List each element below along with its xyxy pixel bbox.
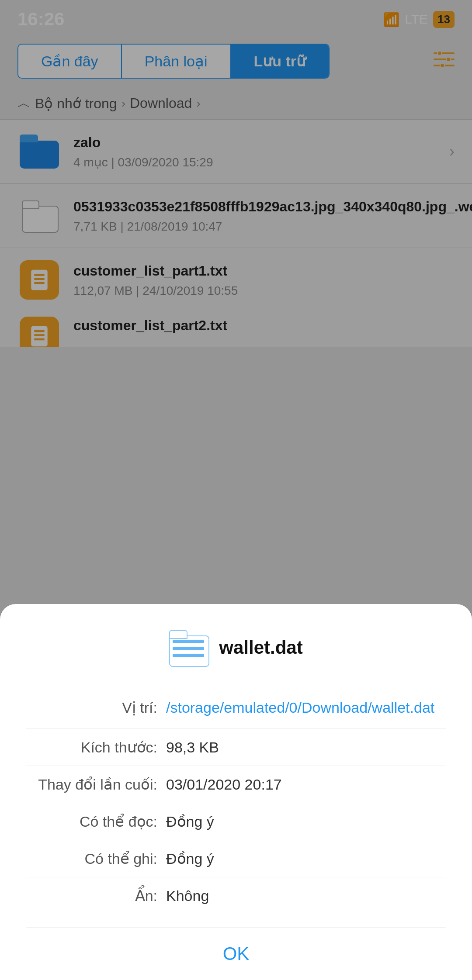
dialog-row-location: Vị trí: /storage/emulated/0/Download/wal… [26,687,446,728]
dialog-label-writable: Có thể ghi: [26,850,166,867]
dialog-filename: wallet.dat [219,637,302,658]
dialog-value-readable: Đồng ý [166,813,214,830]
dialog-row-writable: Có thể ghi: Đồng ý [26,840,446,877]
dialog-value-writable: Đồng ý [166,850,214,867]
dialog-row-hidden: Ẩn: Không [26,877,446,914]
dialog-row-modified: Thay đổi lần cuối: 03/01/2020 20:17 [26,766,446,803]
dialog-value-modified: 03/01/2020 20:17 [166,776,282,793]
dialog-label-hidden: Ẩn: [26,887,166,904]
ok-button[interactable]: OK [26,943,446,964]
dialog-value-hidden: Không [166,887,209,904]
dialog-label-size: Kích thước: [26,738,166,756]
dialog-file-icon [169,630,208,665]
dialog-value-size: 98,3 KB [166,739,219,756]
dialog-row-readable: Có thể đọc: Đồng ý [26,803,446,840]
dialog-props: Vị trí: /storage/emulated/0/Download/wal… [26,687,446,914]
dialog-label-readable: Có thể đọc: [26,813,166,830]
dialog-row-size: Kích thước: 98,3 KB [26,728,446,766]
dialog-label-modified: Thay đổi lần cuối: [26,776,166,793]
dialog-header: wallet.dat [26,630,446,665]
dialog-value-location: /storage/emulated/0/Download/wallet.dat [166,697,434,719]
file-detail-dialog: wallet.dat Vị trí: /storage/emulated/0/D… [0,604,472,980]
dialog-label-location: Vị trí: [26,699,166,716]
dialog-footer: OK [26,927,446,980]
